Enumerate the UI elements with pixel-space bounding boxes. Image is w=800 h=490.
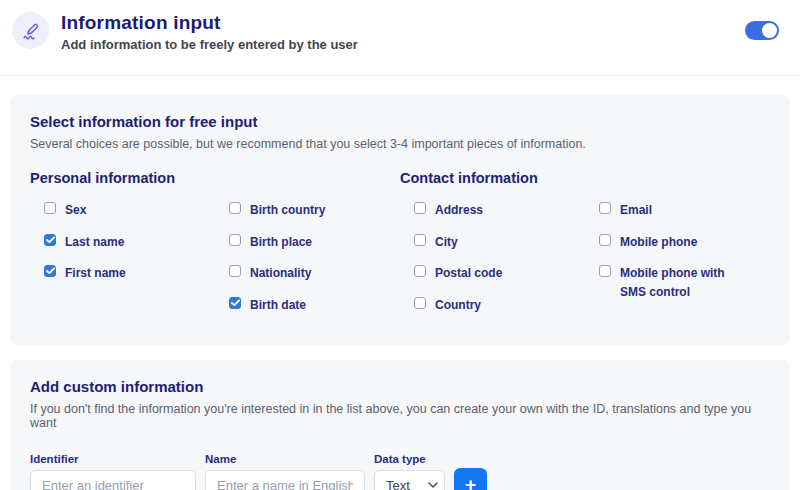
checkbox-item-postal-code[interactable]: Postal code xyxy=(414,264,585,283)
data-type-select-wrap: Text xyxy=(374,470,445,490)
checkbox-item-birth-country[interactable]: Birth country xyxy=(229,201,400,220)
group-title: Contact information xyxy=(400,170,770,186)
checkbox-label: Birth country xyxy=(250,201,325,220)
checkbox-unchecked-postal-code[interactable] xyxy=(414,265,426,277)
checkbox-item-country[interactable]: Country xyxy=(414,296,585,315)
checkbox-unchecked-mobile-phone[interactable] xyxy=(599,234,611,246)
custom-card-description: If you don't find the information you're… xyxy=(30,402,770,430)
checkbox-column: AddressCityPostal codeCountry xyxy=(400,201,585,327)
checkbox-label: Country xyxy=(435,296,481,315)
checkbox-checked-last-name[interactable] xyxy=(44,234,56,246)
checkbox-unchecked-mobile-phone-with-sms-control[interactable] xyxy=(599,265,611,277)
checkbox-item-last-name[interactable]: Last name xyxy=(44,233,215,252)
custom-card-title: Add custom information xyxy=(30,378,770,395)
group-contact-information: Contact information AddressCityPostal co… xyxy=(400,170,770,327)
group-columns: SexLast nameFirst nameBirth countryBirth… xyxy=(30,201,400,327)
custom-info-form: Identifier Name Data type Text + xyxy=(30,453,770,490)
checkbox-label: First name xyxy=(65,264,126,283)
checkbox-item-mobile-phone-with-sms-control[interactable]: Mobile phone with SMS control xyxy=(599,264,770,301)
add-custom-information-card: Add custom information If you don't find… xyxy=(10,360,790,490)
checkbox-unchecked-email[interactable] xyxy=(599,202,611,214)
select-information-card: Select information for free input Severa… xyxy=(10,95,790,345)
checkbox-item-birth-date[interactable]: Birth date xyxy=(229,296,400,315)
checkbox-label: Email xyxy=(620,201,652,220)
checkbox-unchecked-country[interactable] xyxy=(414,297,426,309)
checkbox-groups: Personal information SexLast nameFirst n… xyxy=(30,170,770,327)
checkbox-checked-first-name[interactable] xyxy=(44,265,56,277)
checkbox-unchecked-sex[interactable] xyxy=(44,202,56,214)
checkbox-unchecked-birth-country[interactable] xyxy=(229,202,241,214)
checkbox-item-sex[interactable]: Sex xyxy=(44,201,215,220)
checkbox-label: Last name xyxy=(65,233,124,252)
checkbox-unchecked-city[interactable] xyxy=(414,234,426,246)
checkbox-unchecked-birth-place[interactable] xyxy=(229,234,241,246)
identifier-input[interactable] xyxy=(30,470,196,490)
data-type-select[interactable]: Text xyxy=(374,470,445,490)
feature-toggle[interactable] xyxy=(745,21,779,40)
checkbox-checked-birth-date[interactable] xyxy=(229,297,241,309)
add-custom-info-button[interactable]: + xyxy=(454,468,487,490)
group-title: Personal information xyxy=(30,170,400,186)
checkbox-label: Mobile phone xyxy=(620,233,697,252)
checkbox-unchecked-nationality[interactable] xyxy=(229,265,241,277)
header-text-block: Information input Add information to be … xyxy=(61,10,358,52)
checkbox-label: Mobile phone with SMS control xyxy=(620,264,742,301)
checkbox-label: Birth place xyxy=(250,233,312,252)
checkbox-item-address[interactable]: Address xyxy=(414,201,585,220)
select-card-title: Select information for free input xyxy=(30,113,770,130)
checkbox-column: EmailMobile phoneMobile phone with SMS c… xyxy=(585,201,770,327)
checkbox-item-nationality[interactable]: Nationality xyxy=(229,264,400,283)
name-field-group: Name xyxy=(205,453,365,490)
checkbox-label: Nationality xyxy=(250,264,311,283)
checkbox-item-birth-place[interactable]: Birth place xyxy=(229,233,400,252)
data-type-field-group: Data type Text xyxy=(374,453,445,490)
checkbox-column: Birth countryBirth placeNationalityBirth… xyxy=(215,201,400,327)
group-columns: AddressCityPostal codeCountryEmailMobile… xyxy=(400,201,770,327)
page-subtitle: Add information to be freely entered by … xyxy=(61,37,358,52)
group-personal-information: Personal information SexLast nameFirst n… xyxy=(30,170,400,327)
checkbox-label: Postal code xyxy=(435,264,502,283)
checkbox-item-city[interactable]: City xyxy=(414,233,585,252)
checkbox-column: SexLast nameFirst name xyxy=(30,201,215,327)
signature-pen-icon xyxy=(12,12,49,49)
checkbox-label: City xyxy=(435,233,458,252)
page-header: Information input Add information to be … xyxy=(0,0,800,76)
checkbox-item-first-name[interactable]: First name xyxy=(44,264,215,283)
name-input[interactable] xyxy=(205,470,365,490)
identifier-label: Identifier xyxy=(30,453,196,465)
toggle-knob xyxy=(762,23,777,38)
checkbox-unchecked-address[interactable] xyxy=(414,202,426,214)
identifier-field-group: Identifier xyxy=(30,453,196,490)
checkbox-label: Birth date xyxy=(250,296,306,315)
checkbox-label: Sex xyxy=(65,201,86,220)
checkbox-label: Address xyxy=(435,201,483,220)
data-type-label: Data type xyxy=(374,453,445,465)
name-label: Name xyxy=(205,453,365,465)
page-title: Information input xyxy=(61,12,358,34)
select-card-description: Several choices are possible, but we rec… xyxy=(30,137,770,151)
checkbox-item-mobile-phone[interactable]: Mobile phone xyxy=(599,233,770,252)
checkbox-item-email[interactable]: Email xyxy=(599,201,770,220)
